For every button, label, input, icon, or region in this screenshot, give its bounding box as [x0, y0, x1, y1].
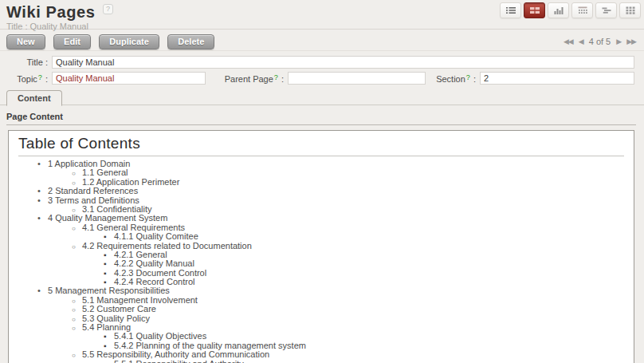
- topic-help-icon: ?: [37, 73, 43, 81]
- gantt-view-button[interactable]: [595, 2, 617, 18]
- bullet-icon: [104, 251, 114, 259]
- topic-label: Topic? :: [8, 73, 52, 84]
- wiki-content-box: Table of Contents 1 Application Domain1.…: [8, 130, 634, 363]
- bullet-icon: [104, 269, 114, 278]
- toc-item-label: 4.2.2 Quality Manual: [114, 258, 194, 268]
- topic-field[interactable]: Quality Manual: [52, 72, 206, 85]
- toc-item-label: 5.4.1 Quality Objectives: [114, 331, 206, 341]
- title-row: Title : Quality Manual: [8, 56, 634, 69]
- topic-row: Topic? : Quality Manual Parent Page? : S…: [8, 72, 634, 85]
- title-field[interactable]: Quality Manual: [52, 56, 634, 69]
- parent-page-field[interactable]: [288, 72, 426, 85]
- title-help-icon: ?: [103, 4, 113, 14]
- tab-strip: Content: [0, 89, 644, 105]
- header: Wiki Pages ? Title : Quality Manual: [0, 0, 644, 30]
- calendar-view-button[interactable]: [571, 2, 593, 18]
- toc-item: 5.3 Quality Policy: [72, 314, 624, 323]
- title-label: Title :: [8, 57, 52, 67]
- page-content-section: Page Content: [0, 105, 644, 125]
- list-view-button[interactable]: [500, 2, 521, 18]
- toc-item-label: 5.3 Quality Policy: [82, 314, 150, 323]
- gantt-view-icon: [601, 6, 612, 15]
- calendar-view-icon: [577, 6, 588, 15]
- duplicate-button[interactable]: Duplicate: [99, 34, 159, 49]
- bullet-icon: [104, 332, 114, 341]
- toc-item: 4.2.4 Record Control: [104, 278, 624, 286]
- bullet-icon: [37, 187, 48, 195]
- toc-list: 1 Application Domain1.1 General1.2 Appli…: [18, 160, 624, 363]
- toc-item: 5.2 Customer Care: [72, 305, 624, 314]
- bullet-icon: [72, 323, 82, 333]
- bullet-icon: [37, 196, 48, 205]
- edit-button[interactable]: Edit: [53, 34, 91, 49]
- section-help-icon: ?: [465, 73, 471, 81]
- toolbar: New Edit Duplicate Delete ◀◀ ◀ 4 of 5 ▶ …: [0, 30, 644, 51]
- toc-item-label: 5.5.1 Responsibility and Authority: [114, 359, 244, 363]
- bullet-icon: [37, 286, 48, 295]
- delete-button[interactable]: Delete: [167, 34, 214, 49]
- last-record-icon[interactable]: ▶▶: [626, 37, 636, 45]
- toc-title: Table of Contents: [18, 132, 624, 156]
- toc-item-label: 5.5 Responsibility, Authority and Commun…: [82, 349, 269, 359]
- section-field[interactable]: 2: [480, 72, 634, 85]
- section-divider: [6, 124, 636, 125]
- pager-count: 4 of 5: [589, 37, 611, 46]
- toc-item-label: 4 Quality Management System: [48, 213, 167, 223]
- bullet-icon: [104, 259, 114, 268]
- toc-item-label: 1.2 Application Perimeter: [82, 177, 179, 187]
- toc-item-label: 3.1 Confidentiality: [82, 204, 151, 214]
- graph-view-button[interactable]: [548, 2, 569, 18]
- toc-item-label: 5 Management Responsibilities: [48, 286, 170, 295]
- bullet-icon: [37, 214, 48, 223]
- first-record-icon[interactable]: ◀◀: [564, 37, 573, 45]
- toc-item-label: 4.2.4 Record Control: [114, 277, 195, 286]
- parent-page-label: Parent Page? :: [206, 73, 288, 84]
- bullet-icon: [72, 223, 82, 233]
- bullet-icon: [72, 242, 82, 251]
- view-switcher: [500, 2, 641, 18]
- bullet-icon: [72, 350, 82, 360]
- form-view-icon: [529, 6, 540, 15]
- toc-item-label: 5.2 Customer Care: [82, 304, 156, 314]
- parent-page-help-icon: ?: [273, 73, 279, 81]
- kanban-view-icon: [625, 6, 636, 15]
- toc-item-label: 5.4 Planning: [82, 322, 131, 332]
- toc-item-label: 1.1 General: [82, 168, 128, 177]
- new-button[interactable]: New: [6, 34, 45, 49]
- toc-item-label: 4.1 General Requirements: [82, 223, 185, 232]
- list-view-icon: [505, 6, 516, 15]
- form-fields: Title : Quality Manual Topic? : Quality …: [0, 51, 644, 85]
- toc-item-label: 2 Standard References: [48, 186, 138, 195]
- page-content-heading: Page Content: [6, 112, 636, 124]
- bullet-icon: [37, 160, 48, 168]
- record-pager: ◀◀ ◀ 4 of 5 ▶ ▶▶: [564, 37, 636, 46]
- form-view-button[interactable]: [524, 2, 545, 18]
- toc-item-label: 5.1 Management Involvement: [82, 295, 198, 305]
- section-label: Section? :: [426, 73, 480, 84]
- toc-item-label: 4.2.3 Document Control: [114, 268, 206, 278]
- page-title: Wiki Pages: [6, 4, 95, 21]
- next-record-icon[interactable]: ▶: [616, 37, 621, 45]
- toc-item-label: 4.1.1 Quality Comitee: [114, 231, 198, 241]
- kanban-view-button[interactable]: [619, 2, 641, 18]
- graph-view-icon: [553, 6, 564, 15]
- previous-record-icon[interactable]: ◀: [579, 37, 583, 45]
- bullet-icon: [104, 360, 114, 363]
- toc-item-label: 3 Terms and Definitions: [48, 195, 139, 205]
- toc-item: 1.2 Application Perimeter: [72, 178, 624, 187]
- toc-item: 5.5.1 Responsibility and Authority: [104, 360, 624, 363]
- toc-item-label: 4.2 Requirements related to Documentatio…: [82, 241, 252, 251]
- toc-item-label: 5.4.2 Planning of the quality management…: [114, 341, 306, 350]
- toc-item-label: 1 Application Domain: [48, 159, 130, 168]
- tab-content[interactable]: Content: [6, 90, 62, 106]
- toc-item-label: 4.2.1 General: [114, 250, 167, 259]
